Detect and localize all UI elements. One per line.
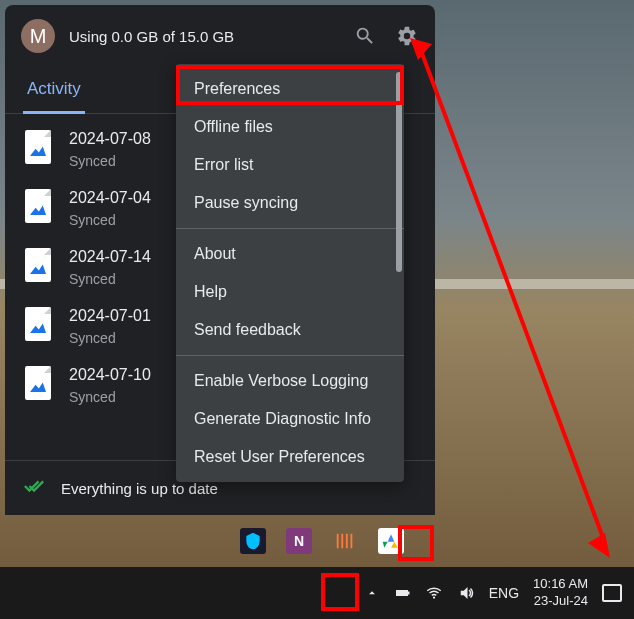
scrollbar[interactable] [396,72,402,272]
vpn-icon[interactable] [240,528,266,554]
check-icon [23,475,45,501]
app-icon[interactable] [332,528,358,554]
file-date: 2024-07-10 [69,366,151,384]
tray-overflow-icon[interactable] [365,586,379,600]
menu-offline-files[interactable]: Offline files [176,108,404,146]
svg-point-3 [433,596,435,598]
file-image-icon [25,307,51,341]
status-text: Everything is up to date [61,480,218,497]
battery-icon[interactable] [393,584,411,602]
volume-icon[interactable] [457,584,475,602]
notification-icon[interactable] [602,584,622,602]
wifi-icon[interactable] [425,584,443,602]
file-image-icon [25,189,51,223]
file-date: 2024-07-04 [69,189,151,207]
file-status: Synced [69,389,151,405]
file-date: 2024-07-08 [69,130,151,148]
menu-help[interactable]: Help [176,273,404,311]
file-date: 2024-07-14 [69,248,151,266]
menu-send-feedback[interactable]: Send feedback [176,311,404,349]
panel-header: M Using 0.0 GB of 15.0 GB [5,5,435,63]
divider [176,228,404,229]
gear-icon[interactable] [395,24,419,48]
search-icon[interactable] [353,24,377,48]
settings-dropdown: Preferences Offline files Error list Pau… [176,64,404,482]
file-status: Synced [69,212,151,228]
menu-about[interactable]: About [176,235,404,273]
menu-pause-syncing[interactable]: Pause syncing [176,184,404,222]
language-indicator[interactable]: ENG [489,585,519,601]
google-drive-icon[interactable] [378,528,404,554]
storage-usage-text: Using 0.0 GB of 15.0 GB [69,28,339,45]
menu-error-list[interactable]: Error list [176,146,404,184]
file-status: Synced [69,330,151,346]
clock-date: 23-Jul-24 [533,593,588,610]
clock-time: 10:16 AM [533,576,588,593]
menu-reset-preferences[interactable]: Reset User Preferences [176,438,404,476]
file-image-icon [25,248,51,282]
system-tray: ENG 10:16 AM 23-Jul-24 [0,567,634,619]
file-image-icon [25,366,51,400]
file-image-icon [25,130,51,164]
file-status: Synced [69,271,151,287]
menu-verbose-logging[interactable]: Enable Verbose Logging [176,362,404,400]
file-status: Synced [69,153,151,169]
file-date: 2024-07-01 [69,307,151,325]
menu-preferences[interactable]: Preferences [176,70,404,108]
clock[interactable]: 10:16 AM 23-Jul-24 [533,576,588,610]
taskbar-app-icons: N [240,528,404,554]
menu-diagnostic-info[interactable]: Generate Diagnostic Info [176,400,404,438]
tab-activity[interactable]: Activity [23,69,85,114]
divider [176,355,404,356]
avatar[interactable]: M [21,19,55,53]
onenote-icon[interactable]: N [286,528,312,554]
